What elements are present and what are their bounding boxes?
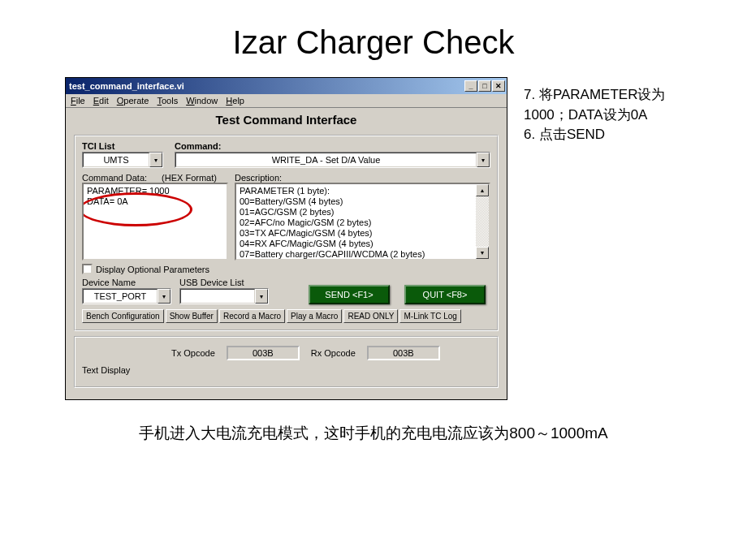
menubar: File Edit Operate Tools Window Help bbox=[66, 94, 507, 108]
description-label: Description: bbox=[235, 173, 490, 183]
hex-format-label: (HEX Format) bbox=[162, 173, 217, 183]
tci-label: TCI List bbox=[82, 141, 163, 151]
command-label: Command: bbox=[175, 141, 490, 151]
tci-field: TCI List UMTS bbox=[82, 141, 163, 168]
chevron-down-icon[interactable] bbox=[158, 289, 171, 304]
scrollbar[interactable]: ▲ ▼ bbox=[476, 184, 489, 259]
display-optional-label: Display Optional Parameters bbox=[96, 265, 209, 274]
desc-line: 07=Battery charger/GCAPIII/WCDMA (2 byte… bbox=[240, 249, 473, 260]
desc-line: 01=AGC/GSM (2 bytes) bbox=[240, 207, 473, 218]
command-data-field: Command Data: (HEX Format) PARAMETER= 10… bbox=[82, 173, 228, 261]
row-tci-command: TCI List UMTS Command: WRITE_DA - Set D/… bbox=[82, 141, 490, 168]
minimize-icon[interactable]: _ bbox=[464, 80, 477, 92]
quit-button[interactable]: QUIT <F8> bbox=[404, 285, 486, 304]
menu-window[interactable]: Window bbox=[186, 96, 218, 106]
scroll-up-icon[interactable]: ▲ bbox=[476, 184, 489, 196]
usb-list-field: USB Device List bbox=[179, 278, 269, 304]
device-name-field: Device Name TEST_PORT bbox=[82, 278, 171, 304]
play-macro-button[interactable]: Play a Macro bbox=[287, 309, 342, 323]
bench-config-button[interactable]: Bench Configuration bbox=[82, 309, 164, 323]
send-button[interactable]: SEND <F1> bbox=[309, 285, 390, 304]
menu-tools[interactable]: Tools bbox=[157, 96, 178, 106]
row-data-desc: Command Data: (HEX Format) PARAMETER= 10… bbox=[82, 173, 490, 261]
row-device-actions: Device Name TEST_PORT USB Device List bbox=[82, 278, 490, 304]
tci-value: UMTS bbox=[83, 153, 149, 167]
rx-opcode-value: 003B bbox=[367, 346, 440, 360]
description-box: PARAMETER (1 byte): 00=Battery/GSM (4 by… bbox=[235, 183, 490, 261]
command-data-input[interactable]: PARAMETER= 1000 DATA= 0A bbox=[82, 183, 228, 261]
rx-opcode-label: Rx Opcode bbox=[311, 348, 356, 358]
opcode-row: Tx Opcode 003B Rx Opcode 003B bbox=[82, 342, 490, 364]
description-text: PARAMETER (1 byte): 00=Battery/GSM (4 by… bbox=[236, 184, 476, 259]
text-display-label: Text Display bbox=[82, 364, 490, 380]
tx-opcode-value: 003B bbox=[227, 346, 300, 360]
desc-line: PARAMETER (1 byte): bbox=[240, 186, 473, 196]
chevron-down-icon[interactable] bbox=[477, 153, 490, 167]
description-field: Description: PARAMETER (1 byte): 00=Batt… bbox=[235, 173, 490, 261]
mlink-log-button[interactable]: M-Link TC Log bbox=[399, 309, 460, 323]
show-buffer-button[interactable]: Show Buffer bbox=[166, 309, 218, 323]
usb-list-combo[interactable] bbox=[179, 288, 269, 304]
instructions: 7. 将PARAMETER设为1000；DATA设为0A 6. 点击SEND bbox=[524, 77, 690, 400]
cmddata-line2: DATA= 0A bbox=[87, 196, 223, 207]
usb-list-label: USB Device List bbox=[179, 278, 269, 287]
tx-opcode-label: Tx Opcode bbox=[171, 348, 215, 358]
titlebar: test_command_interface.vi _ □ ✕ bbox=[66, 78, 507, 94]
window-title: test_command_interface.vi bbox=[69, 81, 464, 91]
command-combo[interactable]: WRITE_DA - Set D/A Value bbox=[175, 152, 490, 168]
app-body: TCI List UMTS Command: WRITE_DA - Set D/… bbox=[66, 131, 507, 399]
device-name-label: Device Name bbox=[82, 278, 171, 287]
desc-line: 03=TX AFC/Magic/GSM (4 bytes) bbox=[240, 228, 473, 239]
scroll-down-icon[interactable]: ▼ bbox=[476, 247, 489, 259]
instruction-line-6: 6. 点击SEND bbox=[524, 125, 690, 145]
desc-line: 00=Battery/GSM (4 bytes) bbox=[240, 196, 473, 207]
content-row: test_command_interface.vi _ □ ✕ File Edi… bbox=[0, 77, 747, 400]
slide-title: Izar Charger Check bbox=[0, 0, 747, 77]
instruction-line-7: 7. 将PARAMETER设为1000；DATA设为0A bbox=[524, 85, 690, 125]
titlebar-buttons: _ □ ✕ bbox=[464, 80, 505, 92]
desc-line: 02=AFC/no Magic/GSM (2 bytes) bbox=[240, 218, 473, 228]
menu-operate[interactable]: Operate bbox=[117, 96, 149, 106]
action-buttons: SEND <F1> QUIT <F8> bbox=[277, 285, 490, 304]
cmddata-label: Command Data: bbox=[82, 173, 147, 183]
tci-combo[interactable]: UMTS bbox=[82, 152, 163, 168]
device-name-value: TEST_PORT bbox=[83, 289, 158, 304]
usb-list-value bbox=[180, 289, 255, 304]
cmddata-line1: PARAMETER= 1000 bbox=[87, 186, 223, 196]
display-optional-checkbox[interactable] bbox=[82, 264, 93, 274]
bottom-note: 手机进入大电流充电模式，这时手机的充电电流应该为800～1000mA bbox=[0, 400, 747, 444]
command-field: Command: WRITE_DA - Set D/A Value bbox=[175, 141, 490, 168]
toolbar-buttons: Bench Configuration Show Buffer Record a… bbox=[82, 309, 490, 323]
scroll-track[interactable] bbox=[476, 196, 489, 247]
app-title: Test Command Interface bbox=[66, 108, 507, 131]
chevron-down-icon[interactable] bbox=[149, 153, 162, 167]
device-name-combo[interactable]: TEST_PORT bbox=[82, 288, 171, 304]
menu-file[interactable]: File bbox=[71, 96, 85, 106]
chevron-down-icon[interactable] bbox=[255, 289, 268, 304]
display-optional-row: Display Optional Parameters bbox=[82, 264, 490, 274]
record-macro-button[interactable]: Record a Macro bbox=[219, 309, 285, 323]
command-value: WRITE_DA - Set D/A Value bbox=[175, 153, 477, 167]
desc-line: 04=RX AFC/Magic/GSM (4 bytes) bbox=[240, 239, 473, 249]
cmddata-labels: Command Data: (HEX Format) bbox=[82, 173, 228, 183]
main-group: TCI List UMTS Command: WRITE_DA - Set D/… bbox=[74, 135, 499, 331]
app-window: test_command_interface.vi _ □ ✕ File Edi… bbox=[65, 77, 507, 400]
read-only-button[interactable]: READ ONLY bbox=[343, 309, 398, 323]
opcode-group: Tx Opcode 003B Rx Opcode 003B Text Displ… bbox=[74, 336, 499, 388]
close-icon[interactable]: ✕ bbox=[492, 80, 505, 92]
maximize-icon[interactable]: □ bbox=[478, 80, 491, 92]
menu-edit[interactable]: Edit bbox=[93, 96, 109, 106]
menu-help[interactable]: Help bbox=[226, 96, 244, 106]
